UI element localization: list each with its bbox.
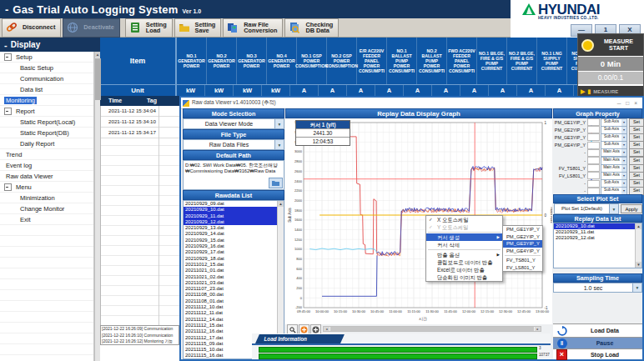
mode-selection-combo[interactable]: Data Viewer Mode ▾ bbox=[183, 118, 284, 129]
scrollbar-thumb[interactable] bbox=[95, 58, 101, 100]
chevron-down-icon[interactable]: ▾ bbox=[274, 140, 284, 149]
sidebar-item-report[interactable]: Report bbox=[0, 106, 93, 117]
rawdata-file-item[interactable]: 20211108_00.dat bbox=[184, 292, 284, 298]
replay-file-item[interactable]: 20210929_10.dat bbox=[554, 223, 641, 229]
rawdata-file-item[interactable]: 20211021_01.dat bbox=[184, 268, 284, 273]
chevron-down-icon[interactable]: ▾ bbox=[621, 173, 626, 179]
context-menu-item-x-오토스케일[interactable]: X 오토스케일✓ bbox=[426, 216, 502, 223]
chevron-down-icon[interactable]: ▾ bbox=[621, 127, 626, 133]
expand-icon[interactable] bbox=[4, 183, 12, 191]
context-menu-item-반출-옵션[interactable]: 반출 옵션▶ bbox=[426, 251, 502, 258]
rawdata-file-item[interactable]: 20210929_13.dat bbox=[184, 225, 284, 231]
time-row[interactable]: 2021-11-12 15:34:10 bbox=[101, 117, 179, 128]
scroll-up-icon[interactable]: ▲ bbox=[636, 223, 641, 229]
sidebar-item-data-list[interactable]: Data list bbox=[0, 84, 93, 95]
sidebar-item-monitoring[interactable]: Monitoring bbox=[0, 95, 93, 106]
sampling-time-combo[interactable]: 1.0 sec ▾ bbox=[553, 283, 642, 293]
time-row[interactable]: 2021-11-12 15:34:04 bbox=[101, 106, 179, 117]
scroll-down-icon[interactable]: ▼ bbox=[636, 262, 641, 268]
rawdata-file-item[interactable]: 20210929_16.dat bbox=[184, 243, 284, 249]
context-menu-item-커서-삭제[interactable]: 커서 삭제 bbox=[426, 241, 502, 248]
setting-load-button[interactable]: Setting Load bbox=[125, 18, 173, 38]
file-type-combo[interactable]: Raw Data Files ▾ bbox=[183, 139, 284, 150]
chevron-down-icon[interactable]: ▾ bbox=[274, 119, 284, 128]
replay-file-item[interactable]: 20210929_11.dat bbox=[554, 229, 641, 235]
sidebar-item-static-report-local-[interactable]: Static Report(Local) bbox=[0, 117, 93, 128]
load-data-button[interactable]: Load Data bbox=[553, 323, 642, 337]
sidebar-item-exit[interactable]: Exit bbox=[0, 214, 93, 225]
replay-file-item[interactable]: 20210929_12.dat bbox=[554, 235, 641, 241]
rawdata-file-item[interactable]: 20211012_15.dat bbox=[184, 262, 284, 268]
dialog-minimize-icon[interactable]: ─ bbox=[617, 100, 621, 106]
sidebar-item-daily-report[interactable]: Daily Report bbox=[0, 138, 93, 149]
submenu-item-fv_ls801_y[interactable]: FV_LS801_Y bbox=[503, 264, 542, 272]
sidebar-item-communication[interactable]: Communication bbox=[0, 73, 93, 84]
context-menu-item-클립보드로-데이터-반출[interactable]: 클립보드로 데이터 반출 bbox=[426, 258, 502, 266]
measure-partial-row[interactable]: ▶ ▮ MEASURE bbox=[578, 84, 643, 97]
measure-start-button[interactable]: MEASURE START bbox=[578, 34, 643, 56]
rawdata-file-item[interactable]: 20210929_17.dat bbox=[184, 249, 284, 255]
apply-button[interactable]: Apply bbox=[621, 204, 642, 213]
chevron-down-icon[interactable]: ▾ bbox=[621, 165, 626, 172]
rawdata-file-item[interactable]: 20211112_11.dat bbox=[184, 310, 284, 316]
rawdata-file-item[interactable]: 20211108_01.dat bbox=[184, 298, 284, 304]
time-row[interactable]: 2021-11-12 15:34:17 bbox=[101, 128, 179, 138]
chevron-down-icon[interactable]: ▾ bbox=[632, 283, 641, 292]
rawdata-file-item[interactable]: 20211112_15.dat bbox=[184, 323, 284, 328]
sidebar-item-minimization[interactable]: Minimization bbox=[0, 193, 93, 203]
sidebar-item-trend[interactable]: Trend bbox=[0, 149, 93, 160]
expand-icon[interactable] bbox=[4, 53, 12, 61]
submenu-item-pm_ge2yip_y[interactable]: PM_GE2YIP_Y bbox=[503, 233, 542, 241]
scroll-up-icon[interactable]: ▲ bbox=[95, 52, 100, 58]
checking-db-data-button[interactable]: Checking DB Data bbox=[284, 18, 339, 38]
submenu-item-pm_ge3yip_y[interactable]: PM_GE3YIP_Y bbox=[503, 240, 542, 248]
rawdata-file-item[interactable]: 20210929_12.dat bbox=[184, 219, 284, 225]
scroll-up-icon[interactable]: ▲ bbox=[278, 201, 284, 207]
submenu-item-fv_ts801_y[interactable]: FV_TS801_Y bbox=[503, 257, 542, 264]
plot-set-combo[interactable]: Plot Set 1(Default) ▾ bbox=[554, 203, 619, 214]
sidebar-item-event-log[interactable]: Event log bbox=[0, 160, 93, 171]
sidebar-item-raw-data-viewer[interactable]: Raw data Viewer bbox=[0, 171, 93, 182]
replay-graph[interactable]: 3600340032003000280026002400220020001800… bbox=[285, 119, 552, 324]
replay-scrollbar[interactable]: ▲ ▼ bbox=[635, 223, 641, 268]
browse-folder-button[interactable] bbox=[269, 178, 283, 188]
rawdata-file-item[interactable]: 20210929_15.dat bbox=[184, 238, 284, 243]
sidebar-item-basic-setup[interactable]: Basic Setup bbox=[0, 63, 93, 73]
rawdata-file-item[interactable]: 20210929_14.dat bbox=[184, 231, 284, 237]
rawdata-file-item[interactable]: 20210929_10.dat bbox=[184, 207, 284, 213]
rawdata-file-item[interactable]: 20211021_03.dat bbox=[184, 280, 284, 286]
rawdata-file-item[interactable]: 20211021_02.dat bbox=[184, 274, 284, 280]
tree-scrollbar[interactable]: ▲ bbox=[94, 52, 100, 361]
scroll-right-icon[interactable]: ▸ bbox=[535, 327, 541, 331]
submenu-item-pm_ge4yip_y[interactable]: PM_GE4YIP_Y bbox=[503, 248, 542, 255]
raw-file-conversion-button[interactable]: Raw File Conversion bbox=[223, 18, 283, 38]
dialog-titlebar[interactable]: Raw data Viewer v1.4010003 (추적) ─ □ × bbox=[181, 98, 642, 109]
rawdata-file-item[interactable]: 20211107_23.dat bbox=[184, 286, 284, 292]
expand-icon[interactable] bbox=[4, 108, 12, 115]
sidebar-item-change-monitor[interactable]: Change Monitor bbox=[0, 203, 93, 214]
chevron-down-icon[interactable]: ▾ bbox=[621, 158, 626, 164]
rawdata-file-item[interactable]: 20211112_14.dat bbox=[184, 317, 284, 323]
scrollbar-thumb[interactable] bbox=[330, 327, 534, 331]
context-menu-item-excel로-데이터-반출[interactable]: Excel로 데이터 반출 bbox=[426, 266, 502, 273]
chevron-down-icon[interactable]: ▾ bbox=[621, 134, 626, 141]
chevron-down-icon[interactable]: ▾ bbox=[621, 119, 626, 126]
deactivate-button[interactable]: Deactivate bbox=[63, 18, 120, 38]
graph-horizontal-scrollbar[interactable]: ◂ ▸ bbox=[323, 326, 541, 332]
chevron-down-icon[interactable]: ▾ bbox=[621, 142, 626, 148]
sidebar-item-menu[interactable]: Menu bbox=[0, 182, 93, 193]
context-menu-item-단순화된-이미지-반출[interactable]: 단순화된 이미지 반출 bbox=[426, 273, 502, 281]
rawdata-file-item[interactable]: 20210929_11.dat bbox=[184, 213, 284, 219]
rawdata-file-item[interactable]: 20210929_18.dat bbox=[184, 256, 284, 262]
context-menu-item-커서-생성[interactable]: 커서 생성▶ bbox=[426, 233, 502, 241]
chevron-down-icon[interactable]: ▾ bbox=[609, 204, 618, 213]
rawdata-file-item[interactable]: 20211112_10.dat bbox=[184, 304, 284, 310]
sidebar-item-setup[interactable]: Setup bbox=[0, 52, 93, 63]
pause-button[interactable]: ‖ Pause bbox=[553, 337, 642, 348]
stop-load-button[interactable]: × Stop Load bbox=[553, 348, 642, 359]
sidebar-item-static-report-db-[interactable]: Static Report(DB) bbox=[0, 128, 93, 138]
submenu-item-pm_ge1yip_y[interactable]: PM_GE1YIP_Y bbox=[503, 226, 542, 233]
disconnect-button[interactable]: Disconnect bbox=[2, 18, 61, 38]
dialog-restore-icon[interactable]: □ bbox=[626, 100, 629, 106]
rawdata-file-item[interactable]: 20210929_09.dat bbox=[184, 201, 284, 207]
